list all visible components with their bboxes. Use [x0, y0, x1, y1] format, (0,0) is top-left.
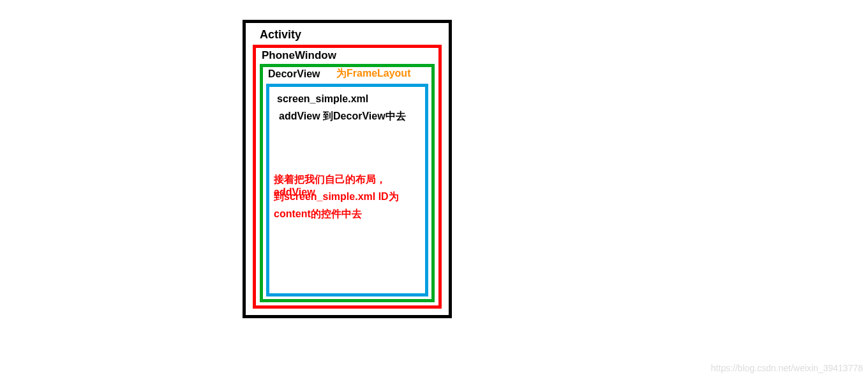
decor-view-box: DecorView 为FrameLayout screen_simple.xml… — [260, 64, 435, 302]
content-description-line3: content的控件中去 — [274, 208, 362, 221]
addview-decorview-text: addView 到DecorView中去 — [279, 110, 406, 123]
decor-view-label: DecorView — [268, 68, 320, 80]
screen-simple-box: screen_simple.xml addView 到DecorView中去 接… — [266, 84, 428, 296]
activity-box: Activity PhoneWindow DecorView 为FrameLay… — [243, 20, 452, 318]
phone-window-box: PhoneWindow DecorView 为FrameLayout scree… — [253, 45, 442, 309]
phone-window-label: PhoneWindow — [262, 49, 336, 62]
watermark-text: https://blog.csdn.net/weixin_39413778 — [711, 363, 863, 373]
activity-label: Activity — [260, 28, 301, 42]
screen-simple-xml-text: screen_simple.xml — [277, 93, 368, 105]
content-description-line2: 到screen_simple.xml ID为 — [274, 190, 399, 204]
frame-layout-annotation: 为FrameLayout — [336, 67, 410, 81]
